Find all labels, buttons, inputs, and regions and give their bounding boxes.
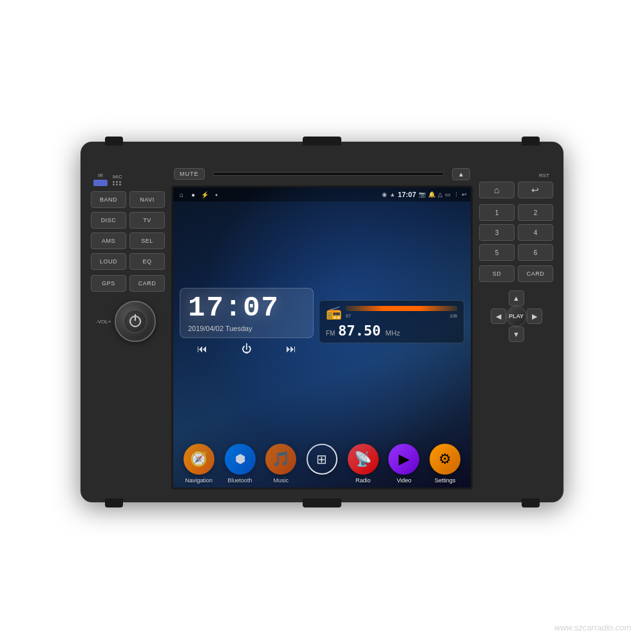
status-bar: ⌂ ● ⚡ ▪ ◉ ▲ 17:07 📷 🔔 △ ▭ [173,187,471,202]
vol-label: -VOL+ [96,319,111,325]
radio-frequency: 87.50 [338,323,381,339]
btn-row-1: BAND NAVI [91,191,165,208]
volume-knob[interactable] [115,301,156,342]
radio-widget: 📻 87 108 [316,205,467,437]
play-pause-button[interactable]: ⏻ [242,343,252,355]
tv-button[interactable]: TV [129,212,165,229]
gps-button[interactable]: GPS [91,275,126,292]
sel-button[interactable]: SEL [129,232,165,249]
status-bar-left: ⌂ ● ⚡ ▪ [177,190,221,199]
num-5-button[interactable]: 5 [479,244,515,261]
card-right-button[interactable]: CARD [518,265,553,282]
num-4-button[interactable]: 4 [518,224,553,241]
rst-label: RST [479,173,553,178]
bracket-bottom-center [303,498,341,507]
app-music[interactable]: 🎵 Music [265,444,296,484]
app-apps[interactable]: ⊞ [307,444,337,477]
app-settings[interactable]: ⚙ Settings [430,444,460,484]
radio-app-icon: 📡 [348,444,379,475]
app-navigation[interactable]: 🧭 Navigation [184,444,214,484]
watermark: www.szcarradio.com [554,623,631,632]
disc-button[interactable]: DISC [91,212,126,229]
app-bluetooth[interactable]: ⬢ Bluetooth [225,444,256,484]
clock-time: 17:07 [188,294,305,322]
mute-button[interactable]: MUTE [174,168,205,180]
charge-icon: ⚡ [200,190,209,199]
freq-high: 108 [450,314,457,318]
settings-label: Settings [435,477,456,484]
video-icon: ▶ [388,444,419,475]
num-6-button[interactable]: 6 [518,244,553,261]
clock-widget: 17:07 2019/04/02 Tuesday ⏮ ⏻ ⏭ [177,205,316,437]
top-controls: MUTE ▲ [171,166,473,182]
nav-icons-row: ⌂ ↩ [479,182,553,198]
band-button[interactable]: BAND [91,191,126,208]
battery-icon: ▪ [212,190,221,199]
screen: ⌂ ● ⚡ ▪ ◉ ▲ 17:07 📷 🔔 △ ▭ [173,187,471,488]
radio-freq-area: 87 108 [346,306,457,318]
radio-type: FM [326,330,335,337]
status-time: 17:07 [398,191,416,198]
left-panel: IR MIC BAND NAVI DISC TV [91,166,165,489]
radio-icon: 📻 [326,305,342,320]
mic-area: MIC [113,174,122,185]
eq-button[interactable]: EQ [129,253,165,270]
cd-slot [213,172,445,176]
video-label: Video [397,477,412,484]
radio-info: FM 87.50 MHz [326,323,457,339]
clock-display: 17:07 2019/04/02 Tuesday [180,288,314,338]
sd-button[interactable]: SD [479,265,515,282]
btn-row-4: LOUD EQ [91,253,165,270]
clock-date: 2019/04/02 Tuesday [188,325,305,332]
unit-body: IR MIC BAND NAVI DISC TV [80,148,564,502]
app-radio[interactable]: 📡 Radio [348,444,379,484]
num-3-button[interactable]: 3 [479,224,515,241]
settings-icon: ⚙ [430,444,460,475]
navigation-label: Navigation [185,477,213,484]
back-status-icon: ↩ [462,191,467,198]
screen-icon: ▭ [445,191,451,198]
status-bar-right: ◉ ▲ 17:07 📷 🔔 △ ▭ ⋮ ↩ [382,191,467,198]
dpad-right-button[interactable]: ▶ [527,308,542,324]
app-row: 🧭 Navigation ⬢ Bluetooth 🎵 Music ⊞ [173,441,471,488]
location-icon: ◉ [382,191,387,198]
center-area: MUTE ▲ ⌂ ● ⚡ ▪ [171,166,473,489]
gps-card-row: GPS CARD [91,275,165,292]
wifi-icon: ▲ [390,191,395,198]
ir-mic-row: IR MIC [91,173,165,186]
dpad-container: ▲ ▼ ◀ ▶ PLAY [491,290,542,342]
navi-button[interactable]: NAVI [129,191,165,208]
prev-button[interactable]: ⏮ [197,343,207,355]
loud-button[interactable]: LOUD [91,253,126,270]
radio-label: Radio [355,477,371,484]
bracket-top-right [522,137,540,146]
screen-frame: ⌂ ● ⚡ ▪ ◉ ▲ 17:07 📷 🔔 △ ▭ [171,185,473,489]
navigation-icon: 🧭 [184,444,214,475]
dpad-down-button[interactable]: ▼ [509,327,524,342]
radio-top-row: 📻 87 108 [326,305,457,320]
dpad-up-button[interactable]: ▲ [509,290,524,306]
num-1-button[interactable]: 1 [479,204,515,221]
next-button[interactable]: ⏭ [286,343,296,355]
bracket-top-left [105,137,123,146]
card-left-button[interactable]: CARD [129,275,165,292]
mic-dots [113,181,122,185]
ams-button[interactable]: AMS [91,232,126,249]
apps-icon: ⊞ [307,444,337,475]
right-panel: RST ⌂ ↩ 1 2 3 4 5 6 SD CARD [479,166,553,489]
freq-numbers: 87 108 [346,314,457,318]
app-video[interactable]: ▶ Video [388,444,419,484]
volume-knob-area: -VOL+ [91,301,165,342]
back-button[interactable]: ↩ [518,182,553,198]
dot-icon: ● [189,190,198,199]
num-2-button[interactable]: 2 [518,204,553,221]
home-button[interactable]: ⌂ [479,182,515,198]
top-mounting-brackets [105,137,540,146]
home-status-icon: ⌂ [177,190,186,199]
eject-button[interactable]: ▲ [452,168,470,180]
screen-content: 17:07 2019/04/02 Tuesday ⏮ ⏻ ⏭ [173,202,471,441]
dpad-left-button[interactable]: ◀ [491,308,506,324]
sd-card-row: SD CARD [479,265,553,282]
play-center-button[interactable]: PLAY [506,306,527,327]
radio-unit: MHz [386,329,401,337]
